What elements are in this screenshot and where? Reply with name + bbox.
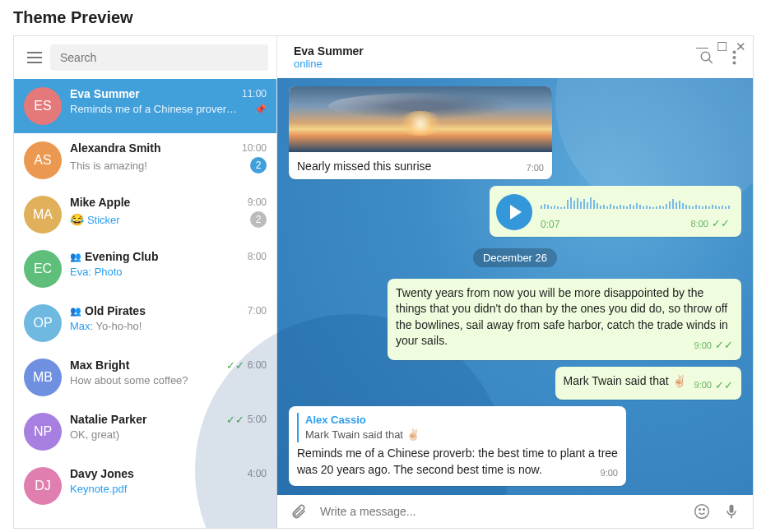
voice-message[interactable]: 0:07 8:00 ✓✓: [490, 186, 741, 236]
read-check-icon: ✓✓: [715, 338, 733, 353]
close-icon[interactable]: ✕: [736, 39, 746, 54]
avatar: MB: [24, 359, 62, 396]
avatar: DJ: [24, 467, 62, 505]
photo-caption-text: Nearly missed this sunrise: [297, 159, 431, 175]
text-message[interactable]: Twenty years from now you will be more d…: [388, 279, 741, 360]
date-separator: December 26: [473, 248, 557, 267]
chat-preview: Eva: Photo: [70, 266, 267, 278]
message-time: 8:00 ✓✓: [691, 216, 730, 231]
emoji-icon[interactable]: [694, 503, 710, 520]
chat-list-item[interactable]: OP👥Old Pirates7:00Max: Yo-ho-ho!: [14, 296, 276, 350]
chat-header: Eva Summer online: [277, 36, 753, 78]
read-check-icon: ✓✓: [715, 378, 733, 393]
svg-point-4: [733, 61, 736, 64]
svg-point-5: [695, 505, 709, 519]
maximize-icon[interactable]: ☐: [717, 39, 727, 54]
chat-pane: Eva Summer online: [277, 36, 753, 528]
chat-preview: Max: Yo-ho-ho!: [70, 320, 267, 332]
chat-list-item[interactable]: EC👥Evening Club8:00Eva: Photo: [14, 242, 276, 296]
message-input[interactable]: [320, 505, 680, 518]
sunrise-photo: [289, 86, 552, 152]
chat-list-item[interactable]: MAMike Apple9:00😂 Sticker2: [14, 187, 276, 242]
chat-name: Alexandra Smith: [70, 141, 160, 155]
pin-icon: 📌: [254, 104, 267, 115]
message-composer: [277, 495, 753, 528]
message-list: Nearly missed this sunrise 7:00 0:07: [277, 78, 753, 495]
message-time: 9:00 ✓✓: [694, 378, 733, 393]
chat-list-item[interactable]: ESEva Summer11:00Reminds me of a Chinese…: [14, 79, 276, 133]
chat-name: Natalie Parker: [70, 413, 146, 426]
chat-name: Mike Apple: [70, 196, 130, 209]
avatar: EC: [24, 250, 62, 288]
app-window: — ☐ ✕ ESEva Summer11:00Reminds me of a C…: [13, 35, 754, 529]
message-time: 9:00: [601, 467, 618, 479]
chat-name: Max Bright: [70, 359, 129, 372]
hamburger-menu-icon[interactable]: [22, 48, 42, 67]
svg-point-6: [699, 509, 701, 511]
svg-point-3: [733, 56, 736, 59]
reply-quote: Alex Cassio Mark Twain said that ✌🏻: [297, 413, 618, 442]
chat-preview: This is amazing!: [70, 160, 250, 172]
avatar: AS: [24, 141, 62, 179]
text-message[interactable]: Mark Twain said that ✌🏻 9:00 ✓✓: [555, 367, 741, 400]
message-time: 7:00: [527, 162, 544, 174]
reply-quote-name: Alex Cassio: [305, 413, 618, 428]
unread-badge: 2: [250, 211, 267, 228]
avatar: NP: [24, 413, 62, 451]
voice-duration: 0:07: [541, 218, 559, 232]
chat-list-item[interactable]: ASAlexandra Smith10:00This is amazing!2: [14, 133, 276, 187]
chat-name: 👥Old Pirates: [70, 304, 146, 317]
message-text: Mark Twain said that ✌🏻: [564, 374, 686, 387]
chat-name: Eva Summer: [70, 87, 140, 100]
read-check-icon: ✓✓: [712, 216, 730, 231]
avatar: OP: [24, 304, 62, 342]
unread-badge: 2: [250, 157, 267, 173]
message-text: Twenty years from now you will be more d…: [396, 286, 728, 348]
message-time: 9:00 ✓✓: [694, 338, 733, 353]
page-title: Theme Preview: [0, 0, 766, 35]
chat-time: 7:00: [248, 305, 267, 317]
reply-quote-text: Mark Twain said that ✌🏻: [305, 428, 618, 442]
search-input[interactable]: [50, 44, 268, 71]
avatar: ES: [24, 87, 62, 125]
chat-name: Davy Jones: [70, 467, 134, 480]
attach-icon[interactable]: [290, 503, 307, 520]
window-controls: — ☐ ✕: [696, 39, 746, 54]
chat-preview: Reminds me of a Chinese prover…: [70, 103, 254, 115]
avatar: MA: [24, 196, 62, 234]
group-icon: 👥: [70, 252, 81, 262]
chat-time: 9:00: [248, 197, 267, 208]
chat-time: 8:00: [248, 251, 267, 262]
chat-name: 👥Evening Club: [70, 250, 158, 263]
chat-time: 11:00: [242, 88, 267, 99]
svg-line-1: [708, 59, 713, 63]
chat-preview: 😂 Sticker: [70, 213, 250, 226]
microphone-icon[interactable]: [723, 503, 740, 520]
svg-rect-8: [731, 516, 732, 518]
message-text: Reminds me of a Chinese proverb: the bes…: [297, 446, 618, 476]
reply-message[interactable]: Alex Cassio Mark Twain said that ✌🏻 Remi…: [289, 406, 626, 486]
chat-time: 10:00: [242, 142, 267, 154]
chat-header-name: Eva Summer: [294, 44, 364, 58]
svg-point-7: [703, 509, 705, 511]
chat-header-status: online: [294, 58, 364, 70]
group-icon: 👥: [70, 306, 81, 317]
play-icon[interactable]: [496, 194, 532, 230]
photo-message[interactable]: Nearly missed this sunrise 7:00: [289, 86, 552, 179]
minimize-icon[interactable]: —: [696, 39, 708, 54]
waveform: [541, 192, 730, 209]
